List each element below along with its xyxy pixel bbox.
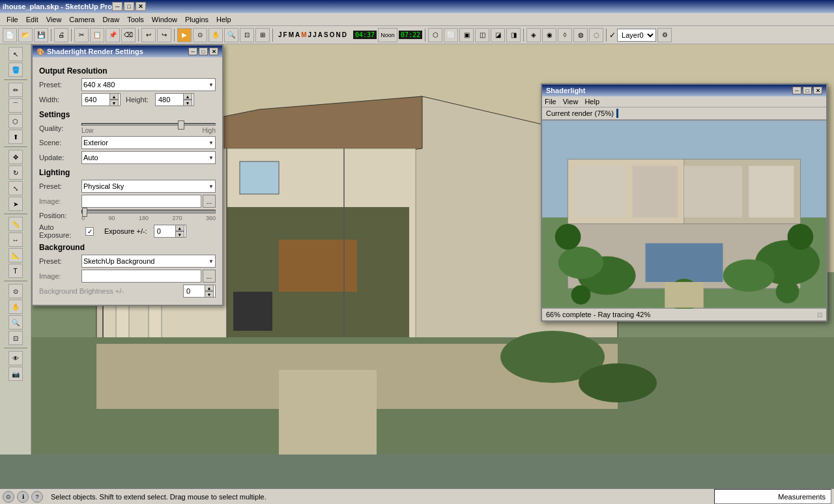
rw-minimize[interactable]: ─ [792, 87, 801, 94]
iso-view-button[interactable]: ⬡ [428, 28, 442, 42]
render-button[interactable]: ▶ [177, 28, 192, 42]
month-f[interactable]: F [283, 31, 287, 38]
month-a1[interactable]: A [295, 31, 300, 38]
front-view-button[interactable]: ▣ [459, 28, 474, 42]
lighting-image-input[interactable] [81, 195, 201, 208]
move-tool[interactable]: ✥ [8, 150, 23, 164]
preset-combo[interactable]: 640 x 480 ▼ [81, 78, 216, 91]
dialog-maximize[interactable]: □ [199, 48, 208, 55]
rotate-tool[interactable]: ↻ [8, 165, 23, 180]
month-m1[interactable]: M [289, 31, 294, 38]
height-spinner[interactable]: ▲ ▼ [183, 93, 192, 106]
walkthr-tool[interactable]: 👁 [8, 351, 23, 365]
height-down[interactable]: ▼ [183, 100, 192, 106]
select-tool[interactable]: ↖ [8, 47, 23, 61]
quality-slider-track[interactable] [81, 123, 216, 126]
undo-button[interactable]: ↩ [141, 28, 156, 42]
paste-button[interactable]: 📌 [106, 28, 120, 42]
menu-camera[interactable]: Camera [65, 14, 98, 25]
menu-file[interactable]: File [3, 14, 22, 25]
zoomwindow-button[interactable]: ⊞ [255, 28, 270, 42]
zoom-button[interactable]: 🔍 [224, 28, 238, 42]
rw-menu-file[interactable]: File [545, 98, 556, 105]
status-icon-3[interactable]: ? [31, 491, 43, 503]
bg-image-input[interactable] [81, 270, 201, 283]
layer-selector[interactable]: Layer0 [617, 29, 656, 42]
print-button[interactable]: 🖨 [54, 28, 68, 42]
tape-tool[interactable]: 📏 [8, 217, 23, 231]
render-resize-handle[interactable]: ⊡ [817, 311, 822, 318]
status-icon-1[interactable]: ⊙ [3, 491, 14, 503]
height-up[interactable]: ▲ [183, 93, 192, 100]
exposure-down[interactable]: ▼ [175, 231, 184, 238]
pan-button[interactable]: ✋ [208, 28, 223, 42]
zoom-tool[interactable]: 🔍 [8, 315, 23, 329]
left-view-button[interactable]: ◨ [506, 28, 521, 42]
menu-tools[interactable]: Tools [123, 14, 148, 25]
lighting-image-browse[interactable]: ... [203, 195, 216, 208]
style-btn-1[interactable]: ◈ [526, 28, 541, 42]
orbit-button[interactable]: ⊙ [193, 28, 207, 42]
rw-menu-view[interactable]: View [563, 98, 579, 105]
month-j1[interactable]: J [278, 31, 282, 38]
noon-button[interactable]: Noon [378, 28, 397, 42]
height-input[interactable]: 480 ▲ ▼ [155, 93, 194, 106]
bg-image-browse[interactable]: ... [203, 270, 216, 283]
menu-plugins[interactable]: Plugins [181, 14, 212, 25]
exposure-input[interactable]: 0 ▲ ▼ [154, 225, 186, 238]
month-o[interactable]: O [330, 31, 335, 38]
bg-brightness-input[interactable]: 0 ▲ ▼ [183, 285, 216, 298]
exposure-spinner[interactable]: ▲ ▼ [175, 225, 184, 238]
month-j2[interactable]: J [308, 31, 312, 38]
menu-help[interactable]: Help [212, 14, 235, 25]
followme-tool[interactable]: ➤ [8, 197, 23, 211]
pan-tool[interactable]: ✋ [8, 300, 23, 314]
shape-tool[interactable]: ⬡ [8, 114, 23, 128]
minimize-button[interactable]: ─ [112, 2, 122, 11]
lighting-preset-combo[interactable]: Physical Sky ▼ [81, 180, 216, 193]
redo-button[interactable]: ↪ [157, 28, 171, 42]
text-tool[interactable]: T [8, 264, 23, 278]
width-spinner[interactable]: ▲ ▼ [109, 93, 119, 106]
position-camera-tool[interactable]: 📷 [8, 367, 23, 381]
new-button[interactable]: 📄 [3, 28, 17, 42]
erase-button[interactable]: ⌫ [121, 28, 136, 42]
width-down[interactable]: ▼ [109, 100, 119, 106]
layer-settings[interactable]: ⚙ [657, 28, 672, 42]
copy-button[interactable]: 📋 [90, 28, 104, 42]
zoomfit-button[interactable]: ⊡ [240, 28, 254, 42]
month-a2[interactable]: A [318, 31, 323, 38]
scale-tool[interactable]: ⤡ [8, 181, 23, 195]
pushpull-tool[interactable]: ⬆ [8, 130, 23, 144]
month-m2[interactable]: M [301, 31, 306, 38]
auto-exposure-checkbox[interactable]: ✓ [85, 227, 94, 236]
cut-button[interactable]: ✂ [74, 28, 89, 42]
style-btn-3[interactable]: ◊ [558, 28, 572, 42]
pencil-tool[interactable]: ✏ [8, 83, 23, 97]
month-s[interactable]: S [324, 31, 328, 38]
month-d[interactable]: D [342, 31, 347, 38]
month-n[interactable]: N [336, 31, 340, 38]
protractor-tool[interactable]: 📐 [8, 248, 23, 262]
menu-draw[interactable]: Draw [98, 14, 123, 25]
position-track[interactable] [81, 210, 216, 214]
top-view-button[interactable]: ⬜ [444, 28, 458, 42]
orbit-tool[interactable]: ⊙ [8, 284, 23, 298]
bg-brightness-down[interactable]: ▼ [205, 291, 214, 298]
month-j3[interactable]: J [313, 31, 317, 38]
menu-view[interactable]: View [42, 14, 66, 25]
zoomextent-tool[interactable]: ⊡ [8, 331, 23, 345]
style-btn-5[interactable]: ◌ [589, 28, 603, 42]
width-up[interactable]: ▲ [109, 93, 119, 100]
style-btn-2[interactable]: ◉ [542, 28, 556, 42]
exposure-up[interactable]: ▲ [175, 225, 184, 231]
menu-window[interactable]: Window [148, 14, 181, 25]
bg-preset-combo[interactable]: SketchUp Background ▼ [81, 255, 216, 268]
update-combo[interactable]: Auto ▼ [81, 151, 216, 164]
open-button[interactable]: 📂 [18, 28, 33, 42]
position-thumb[interactable] [82, 208, 87, 217]
arc-tool[interactable]: ⌒ [8, 98, 23, 113]
bg-brightness-spinner[interactable]: ▲ ▼ [205, 285, 214, 298]
bg-brightness-up[interactable]: ▲ [205, 285, 214, 291]
back-view-button[interactable]: ◪ [491, 28, 505, 42]
